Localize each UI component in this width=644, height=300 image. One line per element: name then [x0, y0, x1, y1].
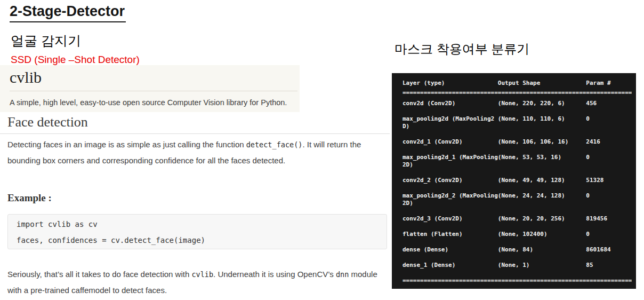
model-summary-row: conv2d_1 (Conv2D)(None, 106, 106, 16)241…: [402, 138, 632, 146]
cvlib-tagline: A simple, high level, easy-to-use open s…: [10, 98, 287, 107]
model-summary-cell-layer: conv2d_3 (Conv2D): [402, 215, 498, 223]
inline-code-detect-face: detect_face(): [246, 140, 303, 149]
paragraph-text: Seriously, that’s all it takes to do fac…: [7, 270, 191, 279]
model-summary-cell-layer: conv2d_1 (Conv2D): [402, 138, 498, 146]
slide-title: 2-Stage-Detector: [10, 3, 126, 22]
face-detector-heading: 얼굴 감지기: [11, 32, 81, 50]
model-summary-cell-params: 0: [586, 192, 632, 207]
model-summary-cell-shape: (None, 49, 49, 128): [498, 177, 586, 184]
model-summary-row: max_pooling2d (MaxPooling2D)(None, 110, …: [402, 115, 632, 130]
slide: 2-Stage-Detector 얼굴 감지기 SSD (Single –Sho…: [0, 0, 644, 300]
model-summary-header: Layer (type) Output Shape Param #: [402, 80, 632, 87]
cvlib-logo: cvlib: [10, 68, 42, 86]
cvlib-header-screenshot: cvlib A simple, high level, easy-to-use …: [0, 65, 300, 112]
model-summary-cell-params: 0: [586, 231, 632, 238]
face-detection-heading: Face detection: [7, 114, 88, 130]
paragraph-text: Detecting faces in an image is as simple…: [7, 140, 246, 149]
inline-code-dnn: dnn: [336, 270, 349, 279]
conclusion-paragraph: Seriously, that’s all it takes to do fac…: [7, 266, 386, 298]
model-summary-cell-shape: (None, 110, 110, 6): [498, 115, 586, 130]
model-summary-cell-layer: max_pooling2d (MaxPooling2D): [402, 115, 498, 130]
model-summary-cell-shape: (None, 84): [498, 246, 586, 254]
separator-line: ========================================…: [402, 89, 632, 97]
model-summary-row: dense (Dense)(None, 84)8601684: [402, 246, 632, 254]
model-summary-cell-params: 2416: [586, 138, 632, 146]
model-summary-cell-layer: max_pooling2d_2 (MaxPooling2D): [402, 192, 498, 207]
code-line: import cvlib as cv: [17, 216, 378, 232]
cvlib-divider: [10, 91, 297, 91]
model-summary-cell-shape: (None, 102400): [498, 231, 586, 238]
model-summary-cell-layer: dense_1 (Dense): [402, 262, 498, 269]
model-summary-cell-params: 819456: [586, 215, 632, 223]
code-line: faces, confidences = cv.detect_face(imag…: [17, 232, 378, 248]
model-summary-rows: conv2d (Conv2D)(None, 220, 220, 6)456max…: [402, 100, 632, 269]
model-summary-cell-shape: (None, 53, 53, 16): [498, 154, 586, 169]
column-header-param: Param #: [586, 80, 632, 87]
example-heading: Example :: [7, 192, 52, 204]
model-summary-cell-params: 456: [586, 100, 632, 107]
model-summary-row: conv2d_3 (Conv2D)(None, 20, 20, 256)8194…: [402, 215, 632, 223]
model-summary-cell-layer: flatten (Flatten): [402, 231, 498, 238]
model-summary-cell-params: 85: [586, 262, 632, 269]
code-block: import cvlib as cv faces, confidences = …: [7, 214, 387, 249]
model-summary-row: conv2d_2 (Conv2D)(None, 49, 49, 128)5132…: [402, 177, 632, 184]
model-summary-cell-shape: (None, 20, 20, 256): [498, 215, 586, 223]
paragraph-text: . Underneath it is using OpenCV’s: [213, 270, 336, 279]
model-summary-panel: Layer (type) Output Shape Param # ======…: [392, 73, 636, 289]
model-summary-row: dense_1 (Dense)(None, 1)85: [402, 262, 632, 269]
model-summary-cell-shape: (None, 220, 220, 6): [498, 100, 586, 107]
model-summary-row: max_pooling2d_1 (MaxPooling2D)(None, 53,…: [402, 154, 632, 169]
ssd-label: SSD (Single –Shot Detector): [11, 54, 140, 66]
model-summary-cell-params: 0: [586, 115, 632, 130]
model-summary-cell-shape: (None, 24, 24, 128): [498, 192, 586, 207]
model-summary-cell-params: 0: [586, 154, 632, 169]
model-summary-cell-layer: conv2d_2 (Conv2D): [402, 177, 498, 184]
face-detection-divider: [0, 133, 390, 134]
model-summary-cell-shape: (None, 106, 106, 16): [498, 138, 586, 146]
model-summary-cell-layer: conv2d (Conv2D): [402, 100, 498, 107]
column-header-layer: Layer (type): [402, 80, 498, 87]
model-summary-row: conv2d (Conv2D)(None, 220, 220, 6)456: [402, 100, 632, 107]
model-summary-row: max_pooling2d_2 (MaxPooling2D)(None, 24,…: [402, 192, 632, 207]
model-summary-cell-layer: dense (Dense): [402, 246, 498, 254]
model-summary-cell-params: 51328: [586, 177, 632, 184]
model-summary-cell-layer: max_pooling2d_1 (MaxPooling2D): [402, 154, 498, 169]
inline-code-cvlib: cvlib: [191, 270, 213, 279]
model-summary-cell-shape: (None, 1): [498, 262, 586, 269]
face-detection-paragraph: Detecting faces in an image is as simple…: [7, 137, 386, 169]
separator-line: ========================================…: [402, 277, 632, 285]
column-header-output-shape: Output Shape: [498, 80, 586, 87]
model-summary-row: flatten (Flatten)(None, 102400)0: [402, 231, 632, 238]
model-summary-cell-params: 8601684: [586, 246, 632, 254]
mask-classifier-heading: 마스크 착용여부 분류기: [395, 41, 529, 58]
